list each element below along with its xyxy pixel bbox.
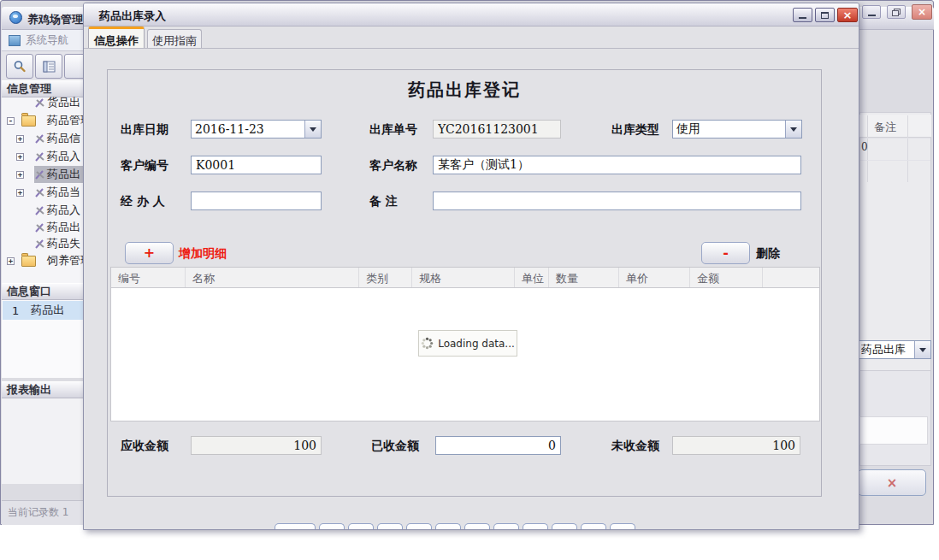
dialog-minimize-button[interactable] xyxy=(793,8,812,22)
expand-plus-icon[interactable]: + xyxy=(7,257,15,265)
out-date-combobox[interactable] xyxy=(191,120,322,139)
col-header-guige[interactable]: 规格 xyxy=(412,268,515,287)
tab-info-operation[interactable]: 信息操作 xyxy=(88,27,145,49)
folder-icon xyxy=(21,256,36,267)
section-header-report-output[interactable]: 报表输出 xyxy=(2,381,84,398)
nav-toolbar-button-2[interactable] xyxy=(319,523,345,530)
dialog-close-button[interactable]: × xyxy=(837,8,858,22)
nav-toolbar-button-1[interactable] xyxy=(275,523,316,530)
report-output-panel xyxy=(2,398,84,484)
nav-toolbar-button-12[interactable] xyxy=(610,523,635,530)
out-no-field xyxy=(433,120,561,139)
form-view-button[interactable] xyxy=(35,54,62,79)
background-grid-cell: 0 xyxy=(861,141,868,153)
module-combobox[interactable] xyxy=(857,340,931,359)
nav-panel-icon xyxy=(9,35,21,46)
customer-name-field[interactable] xyxy=(433,156,801,174)
detail-grid-header: 编号 名称 类别 规格 单位 数量 单价 金额 xyxy=(111,268,819,288)
customer-no-field[interactable] xyxy=(191,156,322,174)
search-button[interactable] xyxy=(6,54,33,79)
background-grid-col-remark[interactable]: 备注 xyxy=(874,120,896,135)
dialog-maximize-button[interactable] xyxy=(815,8,835,22)
col-header-mingcheng[interactable]: 名称 xyxy=(186,268,359,287)
sidebar-nav-header[interactable]: 系统导航 xyxy=(2,30,84,51)
dialog-titlebar[interactable]: 药品出库录入 xyxy=(84,3,859,27)
chevron-down-icon[interactable] xyxy=(785,121,801,138)
info-item-label: 药品出 xyxy=(31,303,64,318)
remark-field[interactable] xyxy=(433,192,801,210)
tree-item-yaopin-guanli[interactable]: - 药品管理 xyxy=(2,112,89,129)
col-header-leibie[interactable]: 类别 xyxy=(359,268,412,287)
nav-toolbar-button-10[interactable] xyxy=(552,523,577,530)
tool-icon xyxy=(34,222,45,233)
app-logo-icon xyxy=(9,11,22,24)
expand-plus-icon[interactable]: + xyxy=(16,171,24,179)
screen: 养鸡场管理系 × 系统导航 xyxy=(0,0,939,560)
tool-icon xyxy=(34,151,45,162)
module-combobox-value[interactable] xyxy=(858,341,914,358)
nav-toolbar-button-4[interactable] xyxy=(377,523,403,530)
col-header-danwei[interactable]: 单位 xyxy=(515,268,549,287)
restore-icon xyxy=(892,9,901,16)
nav-toolbar-button-3[interactable] xyxy=(348,523,374,530)
dialog-drug-outbound-entry: 药品出库录入 × 信息操作 使用指南 药品出库登记 出库日期 出库单号 出库类型… xyxy=(83,3,859,530)
add-detail-label: 增加明细 xyxy=(179,246,227,262)
expand-plus-icon[interactable]: + xyxy=(16,135,24,143)
expand-plus-icon[interactable]: + xyxy=(16,189,24,197)
delete-detail-button[interactable]: - xyxy=(701,242,750,264)
tab-user-guide[interactable]: 使用指南 xyxy=(147,29,202,49)
tool-icon xyxy=(34,169,45,180)
nav-toolbar-button-9[interactable] xyxy=(523,523,548,530)
col-header-bianhao[interactable]: 编号 xyxy=(111,268,186,287)
label-out-type: 出库类型 xyxy=(611,122,659,138)
main-close-button[interactable]: × xyxy=(912,4,932,20)
handler-field[interactable] xyxy=(191,192,322,210)
col-header-blank xyxy=(763,268,819,287)
received-field[interactable] xyxy=(435,436,561,455)
label-receivable: 应收金额 xyxy=(121,439,168,454)
label-unreceived: 未收金额 xyxy=(611,439,659,454)
nav-toolbar-button-5[interactable] xyxy=(406,523,432,530)
status-bar: 当前记录数 1 xyxy=(2,500,84,525)
tree-item-siyang-guanli[interactable]: + 饲养管理 xyxy=(2,252,89,269)
tool-icon xyxy=(34,133,45,144)
form-title: 药品出库登记 xyxy=(107,79,822,102)
out-type-combobox[interactable] xyxy=(672,120,802,139)
cancel-button[interactable]: × xyxy=(858,469,926,496)
add-detail-button[interactable]: + xyxy=(125,242,174,264)
minus-icon: - xyxy=(723,246,729,260)
chevron-down-icon[interactable] xyxy=(914,341,930,358)
nav-toolbar-button-7[interactable] xyxy=(464,523,490,530)
chevron-down-icon[interactable] xyxy=(304,121,321,138)
col-header-danjia[interactable]: 单价 xyxy=(619,268,690,287)
section-header-info-window[interactable]: 信息窗口 xyxy=(2,283,84,300)
nav-tab-label: 系统导航 xyxy=(26,33,68,48)
main-minimize-button[interactable] xyxy=(862,5,881,19)
label-remark: 备 注 xyxy=(369,194,398,209)
out-type-value[interactable] xyxy=(673,121,785,138)
main-restore-button[interactable] xyxy=(887,5,906,19)
plus-icon: + xyxy=(144,246,155,260)
background-grid xyxy=(859,112,931,411)
tool-icon xyxy=(34,187,45,198)
expand-minus-icon[interactable]: - xyxy=(7,117,15,125)
nav-toolbar-button-11[interactable] xyxy=(581,523,606,530)
tool-icon xyxy=(34,239,45,250)
nav-toolbar-button-6[interactable] xyxy=(435,523,461,530)
col-header-shuliang[interactable]: 数量 xyxy=(549,268,619,287)
spinner-icon xyxy=(421,337,434,350)
label-out-no: 出库单号 xyxy=(369,122,417,138)
delete-detail-label: 删除 xyxy=(756,246,780,262)
loading-text: Loading data... xyxy=(438,338,515,350)
minimize-icon xyxy=(799,17,806,19)
label-customer-name: 客户名称 xyxy=(369,158,417,174)
label-out-date: 出库日期 xyxy=(121,122,168,138)
search-icon xyxy=(13,60,27,74)
out-date-value[interactable] xyxy=(192,121,304,138)
col-header-jine[interactable]: 金额 xyxy=(690,268,763,287)
info-window-item[interactable]: 1 药品出 xyxy=(3,301,83,320)
expand-plus-icon[interactable]: + xyxy=(16,153,24,161)
label-received: 已收金额 xyxy=(371,439,419,454)
tool-icon xyxy=(34,97,45,109)
nav-toolbar-button-8[interactable] xyxy=(493,523,519,530)
